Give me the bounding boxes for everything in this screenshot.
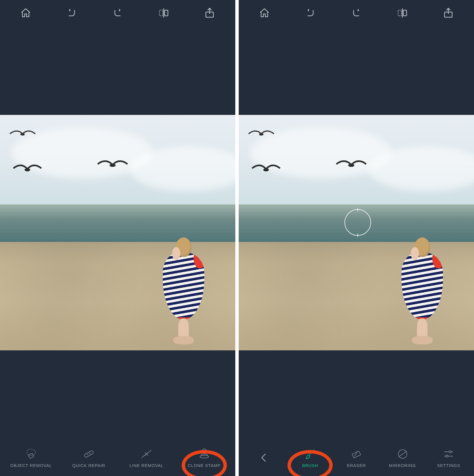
bird xyxy=(7,127,38,141)
bird xyxy=(251,162,282,178)
svg-rect-8 xyxy=(84,450,94,458)
tool-label: ERASER xyxy=(347,463,366,468)
svg-rect-17 xyxy=(403,10,407,16)
right-screen: BRUSH ERASER MIRRORING SETTINGS xyxy=(239,0,474,476)
svg-rect-16 xyxy=(398,10,401,16)
redo-icon[interactable] xyxy=(346,3,367,23)
svg-point-3 xyxy=(20,133,25,136)
svg-point-14 xyxy=(203,449,206,451)
bird xyxy=(246,127,277,141)
share-icon[interactable] xyxy=(438,3,458,23)
child-subject xyxy=(396,237,448,346)
back-button[interactable] xyxy=(241,452,287,463)
tool-label: SETTINGS xyxy=(437,463,460,468)
svg-point-29 xyxy=(446,455,448,457)
tool-label: CLONE STAMP xyxy=(188,463,221,468)
svg-point-4 xyxy=(25,168,30,171)
svg-point-27 xyxy=(449,451,451,453)
tool-quick-repair[interactable]: QUICK REPAIR xyxy=(60,448,118,468)
clone-source-target[interactable] xyxy=(344,209,371,236)
tool-label: QUICK REPAIR xyxy=(72,463,105,468)
stamp-icon xyxy=(198,448,211,460)
tool-mirroring[interactable]: MIRRORING xyxy=(379,448,426,468)
share-icon[interactable] xyxy=(199,3,220,23)
tool-line-removal[interactable]: LINE REMOVAL xyxy=(118,448,175,468)
svg-point-15 xyxy=(200,455,209,458)
tool-brush[interactable]: BRUSH xyxy=(287,448,333,468)
compare-icon[interactable] xyxy=(392,3,412,23)
svg-point-19 xyxy=(259,133,264,136)
tool-object-removal[interactable]: OBJECT REMOVAL xyxy=(2,448,60,468)
tool-eraser[interactable]: ERASER xyxy=(333,448,379,468)
undo-icon[interactable] xyxy=(300,3,321,23)
svg-rect-22 xyxy=(352,451,361,458)
eraser-icon xyxy=(350,448,363,460)
image-canvas[interactable] xyxy=(0,26,235,439)
svg-line-23 xyxy=(354,451,358,456)
home-icon[interactable] xyxy=(254,3,275,23)
bandage-icon xyxy=(82,448,95,460)
svg-point-10 xyxy=(90,453,90,454)
tool-label: MIRRORING xyxy=(389,463,416,468)
home-icon[interactable] xyxy=(16,3,36,23)
brush-icon xyxy=(304,448,317,460)
lasso-eraser-icon xyxy=(25,448,38,460)
bird xyxy=(333,157,370,173)
redo-icon[interactable] xyxy=(107,3,128,23)
svg-rect-1 xyxy=(164,10,168,16)
svg-rect-0 xyxy=(159,10,163,16)
svg-point-21 xyxy=(348,164,354,167)
svg-point-20 xyxy=(263,168,269,171)
top-toolbar xyxy=(239,0,474,26)
tool-label: BRUSH xyxy=(302,463,318,468)
undo-icon[interactable] xyxy=(62,3,82,23)
svg-point-9 xyxy=(87,454,88,455)
tool-bar: BRUSH ERASER MIRRORING SETTINGS xyxy=(239,439,474,476)
tool-bar: OBJECT REMOVAL QUICK REPAIR LINE REMOVAL xyxy=(0,439,235,476)
top-toolbar xyxy=(0,0,235,26)
bird xyxy=(94,157,131,173)
sliders-icon xyxy=(442,448,455,460)
tool-clone-stamp[interactable]: CLONE STAMP xyxy=(175,448,233,468)
svg-point-5 xyxy=(109,164,116,167)
svg-rect-7 xyxy=(28,453,34,458)
tool-settings[interactable]: SETTINGS xyxy=(425,448,472,468)
svg-line-25 xyxy=(399,451,406,457)
svg-point-6 xyxy=(27,449,36,455)
compare-icon[interactable] xyxy=(153,3,174,23)
mirror-icon xyxy=(396,448,409,460)
tool-label: OBJECT REMOVAL xyxy=(10,463,52,468)
image-canvas[interactable] xyxy=(239,26,474,439)
bird xyxy=(12,162,43,178)
child-subject xyxy=(158,237,209,346)
left-screen: OBJECT REMOVAL QUICK REPAIR LINE REMOVAL xyxy=(0,0,235,476)
line-cut-icon xyxy=(140,448,153,460)
tool-label: LINE REMOVAL xyxy=(130,463,164,468)
